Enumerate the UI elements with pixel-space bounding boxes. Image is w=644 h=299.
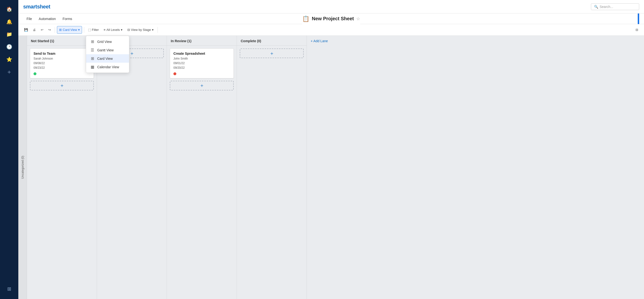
grid-view-option[interactable]: ⊞ Grid View xyxy=(86,38,129,46)
add-card-not-started[interactable]: ＋ xyxy=(30,81,94,90)
print-icon: 🖨 xyxy=(33,28,36,32)
right-accent xyxy=(638,14,639,24)
lane-complete: Complete (0) ＋ xyxy=(237,36,307,299)
card-view-label: Card View xyxy=(63,28,77,32)
toolbar-separator-1 xyxy=(55,27,55,33)
levels-icon: ≡ xyxy=(104,28,106,32)
gantt-view-icon: ☰ xyxy=(90,48,95,52)
redo-button[interactable]: ↪ xyxy=(46,26,53,34)
uncategorized-column: Uncategorized (0) xyxy=(18,36,27,299)
sidebar: 🏠 🔔 📁 🕐 ⭐ ＋ ⊞ xyxy=(0,0,18,299)
save-button[interactable]: 💾 xyxy=(22,26,30,34)
sheet-titlebar: 📋 New Project Sheet ☆ xyxy=(302,14,360,24)
search-placeholder: Search... xyxy=(600,5,613,9)
card-view-option[interactable]: ⊞ Card View xyxy=(86,54,129,63)
card-end-date-2: 09/20/22 xyxy=(174,66,230,70)
card-view-opt-label: Card View xyxy=(97,57,113,60)
search-box[interactable]: 🔍 Search... xyxy=(591,4,639,10)
app-logo: smartsheet xyxy=(23,4,50,10)
card-assignee-sarah: Sarah Johnson xyxy=(34,56,90,61)
lane-complete-header: Complete (0) xyxy=(237,36,306,46)
lane-in-review-content: Create Spreadsheet John Smith 09/01/22 0… xyxy=(167,46,236,299)
lane-in-progress: In Progress (0) ＋ xyxy=(97,36,167,299)
levels-chevron: ▾ xyxy=(121,28,122,32)
card-status-dot-red xyxy=(174,72,176,75)
lane-not-started-content: Send to Team Sarah Johnson 09/08/22 09/2… xyxy=(27,46,97,299)
print-button[interactable]: 🖨 xyxy=(31,26,38,34)
sheet-icon: 📋 xyxy=(302,16,310,22)
grid-view-label: Grid View xyxy=(97,40,112,44)
add-card-in-review[interactable]: ＋ xyxy=(170,81,234,90)
calendar-view-label: Calendar View xyxy=(97,65,119,69)
uncategorized-label: Uncategorized (0) xyxy=(21,154,24,180)
card-title-create-spreadsheet: Create Spreadsheet xyxy=(174,52,230,56)
sidebar-home-icon[interactable]: 🏠 xyxy=(4,4,14,14)
filter-label: Filter xyxy=(92,28,99,32)
save-icon: 💾 xyxy=(24,28,28,32)
grid-view-icon: ⊞ xyxy=(90,39,95,44)
calendar-view-icon: ▦ xyxy=(90,64,95,69)
sidebar-plus-icon[interactable]: ＋ xyxy=(4,66,14,77)
main-content: smartsheet 🔍 Search... File Automation F… xyxy=(18,0,644,299)
card-end-date-1: 09/23/22 xyxy=(34,66,90,70)
card-start-date-2: 09/01/22 xyxy=(174,61,230,66)
card-create-spreadsheet[interactable]: Create Spreadsheet John Smith 09/01/22 0… xyxy=(170,48,234,78)
favorite-star-icon[interactable]: ☆ xyxy=(356,16,360,22)
calendar-view-option[interactable]: ▦ Calendar View xyxy=(86,63,129,71)
grid-toggle-button[interactable]: ⊟ xyxy=(634,26,640,34)
toolbar-separator-2 xyxy=(84,27,84,33)
gantt-view-label: Gantt View xyxy=(97,48,114,52)
sidebar-clock-icon[interactable]: 🕐 xyxy=(4,42,14,52)
card-title-send-to-team: Send to Team xyxy=(34,52,90,56)
sheet-title: New Project Sheet xyxy=(312,16,354,22)
sidebar-star-icon[interactable]: ⭐ xyxy=(4,54,14,64)
card-send-to-team[interactable]: Send to Team Sarah Johnson 09/08/22 09/2… xyxy=(30,48,94,78)
card-status-dot-green xyxy=(34,72,36,75)
lane-in-progress-content: ＋ xyxy=(97,46,167,299)
card-assignee-john: John Smith xyxy=(174,56,230,61)
menubar: File Automation Forms 📋 New Project Shee… xyxy=(18,14,644,24)
toolbar: 💾 🖨 ↩ ↪ ⊞ Card View ▾ ⊞ Grid View ☰ Gant… xyxy=(18,24,644,36)
lane-in-review: In Review (1) Create Spreadsheet John Sm… xyxy=(167,36,237,299)
undo-button[interactable]: ↩ xyxy=(39,26,45,34)
filter-icon: ⬚ xyxy=(88,28,91,32)
gantt-view-option[interactable]: ☰ Gantt View xyxy=(86,46,129,54)
undo-icon: ↩ xyxy=(41,28,44,32)
group-chevron: ▾ xyxy=(152,28,154,32)
grid-toggle-icon: ⊟ xyxy=(636,28,638,32)
group-icon: ⊟ xyxy=(127,28,130,32)
menu-forms[interactable]: Forms xyxy=(59,14,76,24)
menu-automation[interactable]: Automation xyxy=(36,14,59,24)
card-view-opt-icon: ⊞ xyxy=(90,56,95,61)
search-icon: 🔍 xyxy=(594,5,598,9)
menu-file[interactable]: File xyxy=(23,14,36,24)
sidebar-folder-icon[interactable]: 📁 xyxy=(4,29,14,40)
filter-button[interactable]: ⬚ Filter xyxy=(86,26,101,34)
view-dropdown-menu: ⊞ Grid View ☰ Gantt View ⊞ Card View ▦ C… xyxy=(86,36,129,73)
levels-label: All Levels xyxy=(106,28,120,32)
card-view-icon: ⊞ xyxy=(59,28,62,32)
levels-button[interactable]: ≡ All Levels ▾ xyxy=(102,26,124,34)
card-view-chevron: ▾ xyxy=(78,28,80,32)
sidebar-apps-icon[interactable]: ⊞ xyxy=(4,284,14,294)
lane-not-started: Not Started (1) Send to Team Sarah Johns… xyxy=(27,36,97,299)
redo-icon: ↪ xyxy=(48,28,51,32)
add-lane-button[interactable]: + Add Lane xyxy=(311,39,328,43)
toolbar-separator-3 xyxy=(158,27,158,33)
board-container: Uncategorized (0) Not Started (1) Send t… xyxy=(18,36,644,299)
group-button[interactable]: ⊟ View by Stage ▾ xyxy=(126,26,156,34)
add-card-complete[interactable]: ＋ xyxy=(240,48,304,58)
card-start-date-1: 09/08/22 xyxy=(34,61,90,66)
add-lane-column: + Add Lane xyxy=(307,36,332,299)
lane-complete-content: ＋ xyxy=(237,46,306,299)
sidebar-bell-icon[interactable]: 🔔 xyxy=(4,16,14,27)
topbar: smartsheet 🔍 Search... xyxy=(18,0,644,14)
card-view-button[interactable]: ⊞ Card View ▾ xyxy=(57,26,82,34)
lane-in-review-header: In Review (1) xyxy=(167,36,236,46)
group-label: View by Stage xyxy=(131,28,151,32)
